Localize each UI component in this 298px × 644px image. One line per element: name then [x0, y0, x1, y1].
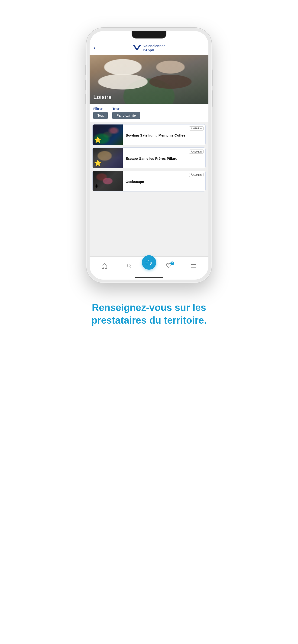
- svg-rect-5: [146, 263, 148, 264]
- listing-name-bowling: Bowling Satellium / Memphis Coffee: [126, 133, 203, 138]
- tagline-line2: prestataires du territoire.: [91, 315, 207, 326]
- listing-card-bowling[interactable]: ⭐ À 618 km Bowling Satellium / Memphis C…: [92, 124, 206, 145]
- filter-group: Filtrer Tout: [93, 107, 108, 119]
- listing-thumb-bowling: ⭐: [93, 124, 123, 145]
- listing-thumb-geek: ✦: [93, 171, 123, 191]
- star-badge-bowling: ⭐: [94, 136, 101, 144]
- distance-badge-bowling: À 618 km: [189, 126, 203, 130]
- filter-section: Filtrer Tout Trier Par proximité: [90, 104, 208, 122]
- listing-info-bowling: À 618 km Bowling Satellium / Memphis Cof…: [123, 124, 205, 145]
- svg-rect-3: [146, 261, 148, 262]
- listing-info-escape: À 620 km Escape Game les Frères Pillard: [123, 148, 205, 168]
- phone-screen: ‹ Valenciennes l'Appli Loisirs F: [90, 31, 208, 280]
- distance-badge-escape: À 620 km: [189, 150, 203, 154]
- star-badge-geek: ✦: [94, 183, 99, 190]
- phone-frame: ‹ Valenciennes l'Appli Loisirs F: [86, 28, 212, 283]
- bottom-nav: 2: [90, 256, 208, 275]
- listing-card-geek[interactable]: ✦ À 620 km Geekscape: [92, 170, 206, 192]
- hero-label: Loisirs: [93, 94, 112, 100]
- favorites-count: 2: [170, 262, 174, 265]
- listing-name-escape: Escape Game les Frères Pillard: [126, 156, 203, 161]
- menu-icon: [191, 263, 197, 269]
- sort-label: Trier: [112, 107, 140, 110]
- filter-row: Filtrer Tout Trier Par proximité: [93, 107, 205, 119]
- nav-menu[interactable]: [181, 263, 206, 269]
- back-button[interactable]: ‹: [94, 45, 95, 51]
- home-icon: [101, 263, 107, 269]
- listing-thumb-escape: ⭐: [93, 148, 123, 168]
- logo-v-icon: [133, 44, 141, 52]
- nav-search[interactable]: [117, 263, 142, 269]
- sort-group: Trier Par proximité: [112, 107, 140, 119]
- nav-favorites[interactable]: 2: [156, 262, 181, 270]
- nav-map-button[interactable]: [142, 255, 156, 270]
- heart-badge: 2: [166, 262, 172, 270]
- search-icon: [127, 263, 132, 269]
- logo-line1: Valenciennes: [143, 44, 165, 48]
- svg-rect-4: [148, 260, 150, 261]
- listing-name-geek: Geekscape: [126, 180, 203, 184]
- nav-home[interactable]: [92, 263, 117, 269]
- svg-point-1: [127, 264, 130, 267]
- hero-section: Loisirs: [90, 55, 208, 104]
- star-badge-escape: ⭐: [94, 160, 101, 167]
- listings-container: ⭐ À 618 km Bowling Satellium / Memphis C…: [90, 122, 208, 256]
- tagline-line1: Renseignez-vous sur les: [92, 302, 206, 313]
- svg-marker-0: [133, 46, 141, 51]
- logo-text: Valenciennes l'Appli: [143, 44, 165, 52]
- svg-line-2: [130, 266, 131, 268]
- home-bar: [135, 277, 163, 278]
- logo-line2: l'Appli: [143, 48, 165, 52]
- listing-info-geek: À 620 km Geekscape: [123, 171, 205, 191]
- filter-tout-button[interactable]: Tout: [93, 112, 108, 119]
- app-header: ‹ Valenciennes l'Appli: [90, 41, 208, 55]
- sort-proximite-button[interactable]: Par proximité: [112, 112, 140, 119]
- svg-point-6: [150, 262, 151, 264]
- filter-label: Filtrer: [93, 107, 108, 110]
- distance-badge-geek: À 620 km: [189, 173, 203, 177]
- tagline: Renseignez-vous sur les prestataires du …: [82, 301, 216, 327]
- app-logo: Valenciennes l'Appli: [133, 44, 165, 52]
- home-indicator: [90, 275, 208, 280]
- notch: [132, 31, 166, 38]
- listing-card-escape[interactable]: ⭐ À 620 km Escape Game les Frères Pillar…: [92, 148, 206, 168]
